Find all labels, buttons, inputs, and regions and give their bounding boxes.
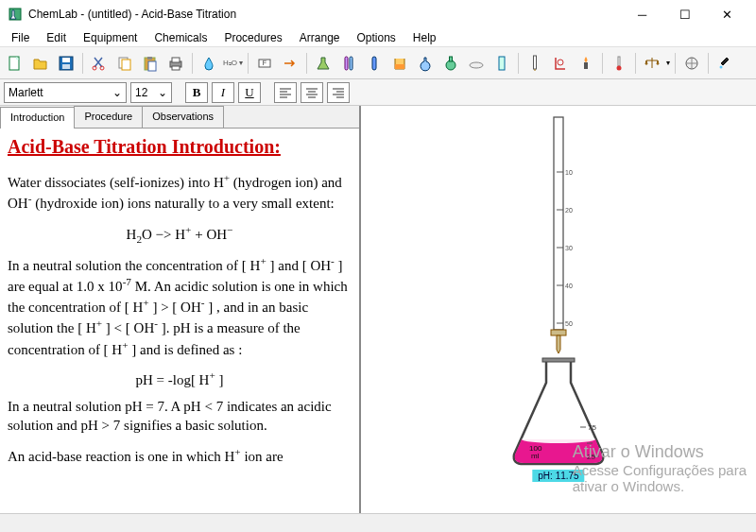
svg-rect-19 — [372, 57, 376, 70]
svg-text:30: 30 — [565, 245, 573, 251]
content-p3: In a neutral solution pH = 7. A pH < 7 i… — [8, 397, 352, 436]
svg-rect-13 — [172, 58, 180, 62]
save-button[interactable] — [55, 52, 77, 75]
menu-chemicals[interactable]: Chemicals — [146, 29, 215, 46]
paste-button[interactable] — [139, 52, 162, 75]
tab-observations[interactable]: Observations — [142, 106, 224, 128]
thermometer-icon[interactable] — [608, 52, 630, 75]
svg-text:50: 50 — [565, 320, 573, 327]
menu-help[interactable]: Help — [405, 29, 444, 46]
content-eq1: H2O −> H+ + OH− — [8, 223, 352, 247]
svg-rect-3 — [62, 58, 70, 62]
centrifuge-icon[interactable] — [680, 52, 703, 75]
app-icon — [8, 7, 23, 22]
svg-text:ml: ml — [531, 452, 540, 460]
menu-procedures[interactable]: Procedures — [216, 29, 289, 46]
svg-point-31 — [720, 65, 723, 68]
svg-rect-20 — [395, 64, 404, 69]
window-title: ChemLab - (untitled) - Acid-Base Titrati… — [28, 8, 621, 21]
svg-point-29 — [617, 65, 622, 70]
svg-text:40: 40 — [565, 283, 573, 289]
size-select[interactable]: 12⌄ — [130, 82, 172, 103]
svg-rect-4 — [62, 64, 70, 69]
svg-rect-17 — [345, 57, 348, 70]
h2o-label: H₂O ▾ — [223, 59, 243, 67]
tabs: Introduction Procedure Observations — [0, 106, 359, 129]
tab-introduction[interactable]: Introduction — [0, 107, 75, 129]
svg-rect-43 — [551, 330, 566, 335]
flask-graphic[interactable]: 75 25 100 ml — [507, 356, 610, 470]
align-left-button[interactable] — [274, 82, 297, 103]
balance-dropdown[interactable]: ▾ — [666, 59, 670, 67]
svg-rect-18 — [350, 57, 352, 70]
menu-equipment[interactable]: Equipment — [76, 29, 145, 46]
underline-button[interactable]: U — [238, 82, 261, 103]
svg-rect-10 — [147, 57, 152, 60]
svg-text:75: 75 — [588, 423, 596, 432]
menu-edit[interactable]: Edit — [39, 29, 74, 46]
svg-text:25: 25 — [587, 453, 595, 461]
svg-text:10: 10 — [565, 169, 573, 176]
text-content[interactable]: Acid-Base Titration Introduction: Water … — [0, 129, 359, 513]
svg-rect-8 — [122, 60, 130, 70]
svg-point-45 — [522, 436, 595, 443]
svg-text:20: 20 — [565, 207, 573, 214]
new-button[interactable] — [4, 52, 26, 75]
flask-round-icon[interactable] — [414, 52, 437, 75]
svg-rect-22 — [450, 57, 453, 61]
menu-file[interactable]: File — [4, 29, 37, 46]
content-p1: Water dissociates (self-ionizes) into H+… — [8, 171, 352, 214]
ph-label: pH: 11.75 — [532, 470, 584, 482]
burette-icon[interactable] — [524, 52, 546, 75]
svg-point-26 — [558, 60, 563, 65]
svg-rect-27 — [584, 62, 588, 69]
menu-arrange[interactable]: Arrange — [292, 29, 348, 46]
water-button[interactable] — [198, 52, 220, 75]
test-tube-icon[interactable] — [337, 52, 360, 75]
beaker-icon[interactable] — [388, 52, 411, 75]
toolbar: H₂O ▾ F ▾ — [0, 47, 756, 79]
minimize-button[interactable]: ─ — [621, 1, 663, 27]
align-right-button[interactable] — [327, 82, 350, 103]
italic-button[interactable]: I — [212, 82, 234, 103]
svg-rect-28 — [618, 57, 620, 66]
lab-view[interactable]: 10 20 30 40 50 75 25 100 ml — [361, 106, 756, 513]
tab-procedure[interactable]: Procedure — [74, 106, 143, 128]
font-select[interactable]: Marlett⌄ — [4, 82, 127, 103]
svg-rect-11 — [148, 61, 156, 71]
label-button[interactable]: F — [253, 52, 276, 75]
svg-text:F: F — [263, 60, 266, 66]
dropper-icon[interactable] — [713, 52, 736, 75]
main-area: Introduction Procedure Observations Acid… — [0, 106, 756, 513]
content-eq2: pH = -log[ H+ ] — [8, 369, 352, 389]
svg-rect-32 — [554, 117, 563, 330]
balance-icon[interactable] — [641, 52, 663, 75]
content-p2: In a neutral solution the concentration … — [8, 254, 352, 359]
menu-bar: File Edit Equipment Chemicals Procedures… — [0, 28, 756, 47]
svg-rect-24 — [499, 57, 505, 70]
cylinder-icon[interactable] — [490, 52, 513, 75]
flask-erlenmeyer-icon[interactable] — [312, 52, 335, 75]
stand-icon[interactable] — [549, 52, 572, 75]
open-button[interactable] — [29, 52, 52, 75]
svg-rect-44 — [542, 358, 575, 362]
align-center-button[interactable] — [301, 82, 323, 103]
test-tube2-icon[interactable] — [363, 52, 386, 75]
bold-button[interactable]: B — [185, 82, 208, 103]
menu-options[interactable]: Options — [350, 29, 404, 46]
print-button[interactable] — [164, 52, 187, 75]
content-heading: Acid-Base Titration Introduction: — [8, 134, 352, 160]
maximize-button[interactable]: ☐ — [663, 1, 706, 27]
burette-graphic[interactable]: 10 20 30 40 50 — [540, 115, 577, 356]
bunsen-icon[interactable] — [575, 52, 597, 75]
content-p4: An acid-base reaction is one in which H+… — [8, 445, 352, 466]
copy-button[interactable] — [113, 52, 136, 75]
close-button[interactable]: ✕ — [706, 1, 748, 27]
arrow-button[interactable] — [279, 52, 301, 75]
status-bar — [0, 513, 756, 532]
cut-button[interactable] — [88, 52, 111, 75]
dish-icon[interactable] — [465, 52, 488, 75]
format-bar: Marlett⌄ 12⌄ B I U — [0, 79, 756, 106]
left-pane: Introduction Procedure Observations Acid… — [0, 106, 361, 513]
flask-florence-icon[interactable] — [439, 52, 462, 75]
